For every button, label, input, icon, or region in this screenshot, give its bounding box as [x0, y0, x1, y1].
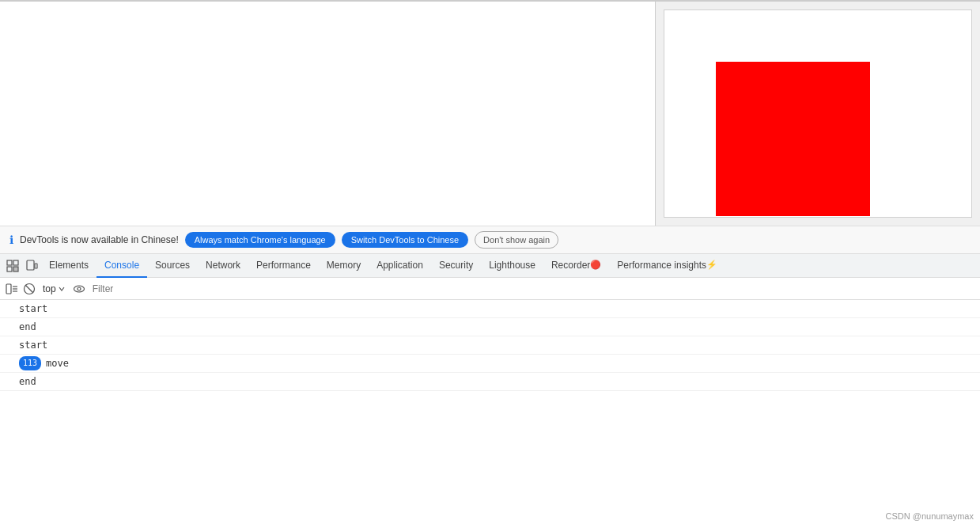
- context-label: top: [43, 283, 56, 294]
- console-line: end: [0, 373, 980, 391]
- dont-show-again-button[interactable]: Don't show again: [475, 231, 558, 249]
- recorder-icon: 🔴: [590, 260, 601, 270]
- svg-rect-0: [7, 260, 12, 265]
- console-line: end: [0, 318, 980, 336]
- console-text: start: [19, 302, 47, 316]
- svg-point-12: [74, 286, 84, 292]
- console-text: start: [19, 338, 47, 352]
- inspect-element-icon[interactable]: [3, 256, 22, 275]
- chevron-down-icon: [58, 285, 66, 293]
- console-text: end: [19, 374, 36, 389]
- tab-elements[interactable]: Elements: [41, 254, 96, 278]
- console-toolbar: top: [0, 278, 980, 300]
- svg-rect-1: [13, 260, 18, 265]
- svg-point-13: [78, 287, 81, 290]
- tab-performance[interactable]: Performance: [248, 254, 319, 278]
- sidebar-toggle-icon[interactable]: [5, 282, 19, 296]
- console-output: start end start 113 move end CSDN @nunum…: [0, 300, 980, 524]
- perf-insights-icon: ⚡: [706, 260, 717, 270]
- console-line-move: 113 move: [0, 355, 980, 373]
- tab-security[interactable]: Security: [431, 254, 481, 278]
- tab-sources[interactable]: Sources: [147, 254, 198, 278]
- svg-rect-3: [13, 267, 18, 271]
- browser-content: [0, 2, 980, 226]
- red-square: [716, 62, 870, 216]
- perf-insights-label: Performance insights: [617, 260, 706, 271]
- recorder-label: Recorder: [551, 260, 590, 271]
- console-line: start: [0, 336, 980, 355]
- clear-console-icon[interactable]: [22, 282, 36, 296]
- right-preview-panel: [664, 9, 972, 218]
- svg-line-11: [25, 285, 33, 293]
- tab-lighthouse[interactable]: Lighthouse: [481, 254, 543, 278]
- left-panel: [0, 2, 656, 226]
- context-selector[interactable]: top: [40, 283, 69, 295]
- tab-network[interactable]: Network: [198, 254, 248, 278]
- console-line: start: [0, 300, 980, 318]
- tab-application[interactable]: Application: [369, 254, 431, 278]
- svg-rect-2: [7, 267, 12, 271]
- eye-icon[interactable]: [72, 282, 86, 296]
- tab-console[interactable]: Console: [96, 254, 147, 278]
- devtools-notification-bar: ℹ DevTools is now available in Chinese! …: [0, 226, 980, 254]
- notification-text: DevTools is now available in Chinese!: [20, 234, 179, 245]
- devtools-tabs-bar: Elements Console Sources Network Perform…: [0, 254, 980, 278]
- tab-recorder[interactable]: Recorder 🔴: [543, 254, 609, 278]
- info-icon: ℹ: [9, 234, 13, 246]
- switch-to-chinese-button[interactable]: Switch DevTools to Chinese: [342, 232, 468, 248]
- device-toolbar-icon[interactable]: [22, 256, 41, 275]
- tab-memory[interactable]: Memory: [319, 254, 369, 278]
- console-badge: 113: [19, 356, 41, 370]
- svg-rect-6: [6, 284, 11, 294]
- tab-performance-insights[interactable]: Performance insights ⚡: [609, 254, 725, 278]
- match-language-button[interactable]: Always match Chrome's language: [185, 232, 335, 248]
- svg-rect-4: [27, 260, 34, 270]
- console-text: move: [46, 356, 69, 370]
- watermark: CSDN @nunumaymax: [886, 511, 974, 521]
- console-filter-input[interactable]: [89, 282, 975, 296]
- svg-rect-5: [35, 264, 37, 268]
- console-text: end: [19, 320, 36, 334]
